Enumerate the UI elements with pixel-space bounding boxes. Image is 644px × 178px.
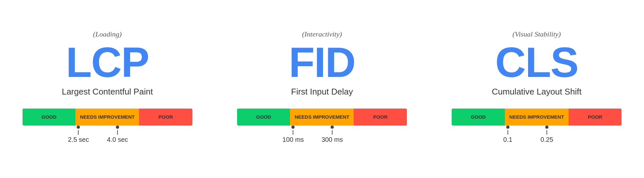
fid-marker-dot-0 bbox=[292, 126, 295, 129]
lcp-scale-wrapper: GOOD NEEDS IMPROVEMENT POOR 2.5 sec bbox=[23, 109, 192, 142]
cls-marker-line-0 bbox=[507, 130, 508, 135]
cls-scale-bar: GOOD NEEDS IMPROVEMENT POOR bbox=[452, 109, 621, 126]
metrics-container: (Loading) LCP Largest Contentful Paint G… bbox=[0, 23, 644, 155]
cls-marker-dot-0 bbox=[506, 126, 509, 129]
fid-scale-wrapper: GOOD NEEDS IMPROVEMENT POOR 100 ms bbox=[237, 109, 407, 142]
cls-segment-poor: POOR bbox=[569, 109, 622, 126]
lcp-category: (Loading) bbox=[93, 30, 122, 38]
cls-marker-0: 0.1 bbox=[503, 126, 512, 143]
fid-marker-line-1 bbox=[332, 130, 332, 135]
cls-name: Cumulative Layout Shift bbox=[492, 87, 582, 97]
fid-marker-0: 100 ms bbox=[282, 126, 304, 143]
lcp-scale-bar: GOOD NEEDS IMPROVEMENT POOR bbox=[23, 109, 192, 126]
fid-marker-dot-1 bbox=[330, 126, 334, 129]
lcp-marker-line-0 bbox=[78, 130, 79, 135]
fid-name: First Input Delay bbox=[291, 87, 353, 97]
cls-marker-line-1 bbox=[547, 130, 547, 135]
fid-segment-needs: NEEDS IMPROVEMENT bbox=[290, 109, 354, 126]
metric-card-cls: (Visual Stability) CLS Cumulative Layout… bbox=[429, 23, 644, 155]
cls-marker-label-1: 0.25 bbox=[540, 136, 553, 143]
cls-segment-needs: NEEDS IMPROVEMENT bbox=[505, 109, 569, 126]
lcp-scale-markers: 2.5 sec 4.0 sec bbox=[23, 126, 192, 142]
fid-marker-label-1: 300 ms bbox=[321, 136, 343, 143]
cls-scale-markers: 0.1 0.25 bbox=[452, 126, 621, 142]
fid-marker-label-0: 100 ms bbox=[282, 136, 304, 143]
fid-scale-markers: 100 ms 300 ms bbox=[237, 126, 407, 142]
lcp-marker-dot-0 bbox=[77, 126, 80, 129]
fid-category: (Interactivity) bbox=[302, 30, 342, 38]
cls-scale-wrapper: GOOD NEEDS IMPROVEMENT POOR 0.1 bbox=[452, 109, 621, 142]
lcp-segment-good: GOOD bbox=[23, 109, 76, 126]
lcp-marker-0: 2.5 sec bbox=[68, 126, 89, 143]
cls-marker-label-0: 0.1 bbox=[503, 136, 512, 143]
fid-marker-1: 300 ms bbox=[321, 126, 343, 143]
lcp-segment-needs: NEEDS IMPROVEMENT bbox=[75, 109, 139, 126]
lcp-marker-1: 4.0 sec bbox=[107, 126, 128, 143]
cls-marker-dot-1 bbox=[545, 126, 549, 129]
lcp-acronym: LCP bbox=[66, 41, 149, 83]
cls-category: (Visual Stability) bbox=[512, 30, 561, 38]
cls-acronym: CLS bbox=[495, 41, 578, 83]
fid-segment-good: GOOD bbox=[237, 109, 290, 126]
lcp-marker-label-1: 4.0 sec bbox=[107, 136, 128, 143]
lcp-marker-dot-1 bbox=[116, 126, 119, 129]
cls-marker-1: 0.25 bbox=[540, 126, 553, 143]
fid-marker-line-0 bbox=[293, 130, 294, 135]
fid-acronym: FID bbox=[289, 41, 355, 83]
metric-card-lcp: (Loading) LCP Largest Contentful Paint G… bbox=[0, 23, 215, 155]
lcp-segment-poor: POOR bbox=[139, 109, 192, 126]
lcp-marker-label-0: 2.5 sec bbox=[68, 136, 89, 143]
lcp-marker-line-1 bbox=[117, 130, 118, 135]
fid-scale-bar: GOOD NEEDS IMPROVEMENT POOR bbox=[237, 109, 407, 126]
cls-segment-good: GOOD bbox=[452, 109, 505, 126]
lcp-name: Largest Contentful Paint bbox=[62, 87, 153, 97]
fid-segment-poor: POOR bbox=[354, 109, 407, 126]
metric-card-fid: (Interactivity) FID First Input Delay GO… bbox=[215, 23, 429, 155]
